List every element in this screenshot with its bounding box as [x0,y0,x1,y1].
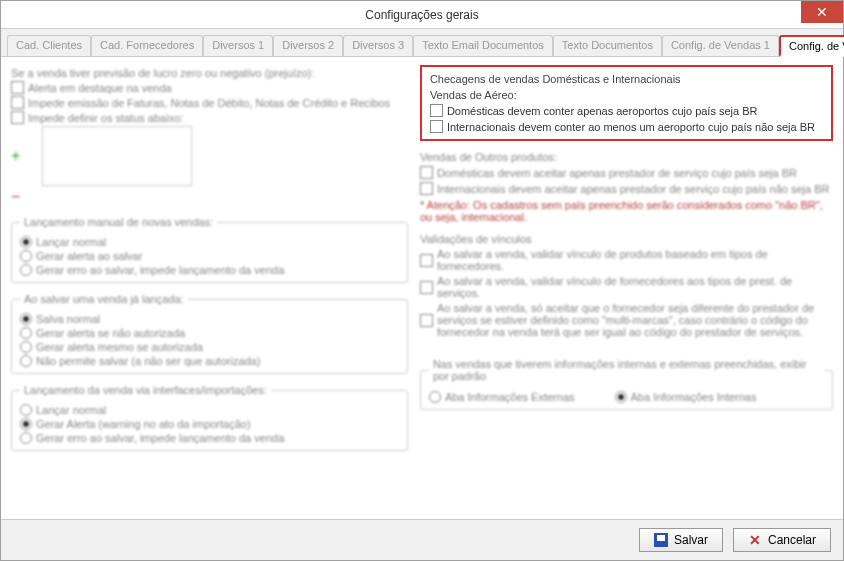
tab-cad-clientes[interactable]: Cad. Clientes [7,35,91,56]
radio-aba-externas[interactable] [429,391,441,403]
checagens-title: Checagens de vendas Domésticas e Interna… [430,73,823,85]
tab-strip: Cad. Clientes Cad. Fornecedores Diversos… [1,29,843,57]
highlighted-box: Checagens de vendas Domésticas e Interna… [420,65,833,141]
cancel-icon: ✕ [748,533,762,547]
content-panel: Se a venda tiver previsão de lucro zero … [1,57,843,519]
cancel-button-label: Cancelar [768,533,816,547]
tab-diversos-2[interactable]: Diversos 2 [273,35,343,56]
validacoes-group: Validações de vínculos Ao salvar a venda… [420,233,833,338]
tab-config-vendas-2[interactable]: Config. de Vendas 2 [779,35,844,57]
titlebar: Configurações gerais ✕ [1,1,843,29]
window-title: Configurações gerais [365,8,478,22]
footer: Salvar ✕ Cancelar [1,519,843,560]
tab-cad-fornecedores[interactable]: Cad. Fornecedores [91,35,203,56]
tab-texto-doc[interactable]: Texto Documentos [553,35,662,56]
chk-domesticas-aereo[interactable] [430,104,443,117]
vendas-outros-group: Vendas de Outros produtos: Domésticas de… [420,151,833,223]
close-icon: ✕ [816,4,828,20]
left-column: Se a venda tiver previsão de lucro zero … [11,65,408,511]
cancel-button[interactable]: ✕ Cancelar [733,528,831,552]
radio-aba-internas[interactable] [615,391,627,403]
tab-diversos-1[interactable]: Diversos 1 [203,35,273,56]
chk-domesticas-aereo-label: Domésticas devem conter apenas aeroporto… [447,105,758,117]
chk-internacionais-aereo-label: Internacionais devem conter ao menos um … [447,121,815,133]
chk-internacionais-aereo[interactable] [430,120,443,133]
vendas-aereo-label: Vendas de Aéreo: [430,89,823,101]
save-icon [654,533,668,547]
tab-config-vendas-1[interactable]: Config. de Vendas 1 [662,35,779,56]
main-window: Configurações gerais ✕ Cad. Clientes Cad… [0,0,844,561]
save-button[interactable]: Salvar [639,528,723,552]
save-button-label: Salvar [674,533,708,547]
tab-diversos-3[interactable]: Diversos 3 [343,35,413,56]
tab-texto-email-doc[interactable]: Texto Email Documentos [413,35,553,56]
right-column: Checagens de vendas Domésticas e Interna… [420,65,833,511]
close-button[interactable]: ✕ [801,1,843,23]
padrao-aba-fieldset: Nas vendas que tiverem informações inter… [420,358,833,410]
